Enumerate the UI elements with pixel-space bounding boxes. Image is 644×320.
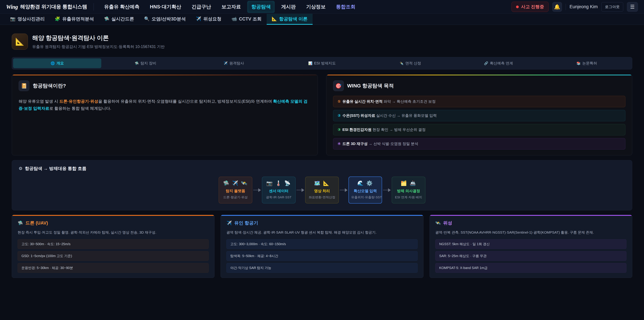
flow-step-diffusion-model-input: 🌊 ⚙️ 확산모델 입력 유출위치·유출량·SST bbox=[348, 177, 382, 204]
subnav-item-cctv[interactable]: 📹 CCTV 조회 bbox=[226, 14, 266, 25]
spec-row: SAR: 5~25m 해상도 · 구름 무관 bbox=[435, 251, 626, 261]
subnav-item-oil-area-analysis[interactable]: 🧩 유출유면적분석 bbox=[50, 14, 99, 25]
tab-papers-patents[interactable]: 📚 논문특허 bbox=[543, 58, 631, 68]
tab-label: 확산예측 연계 bbox=[490, 61, 513, 66]
about-card-title: 항공탐색이란? bbox=[33, 82, 66, 89]
nav-item-reports[interactable]: 보고자료 bbox=[217, 1, 245, 13]
video-camera-icon: 📹 bbox=[232, 16, 237, 22]
flow-step-sensor-data: 📷 🌡️ 📡 센서 데이터 광학·IR·SAR·SST bbox=[262, 177, 296, 203]
tab-label: 개요 bbox=[56, 61, 64, 66]
tab-esi-map[interactable]: 📊 ESI 방제지도 bbox=[278, 58, 366, 68]
purpose-card-header: 🎯 WING 항공탐색 목적 bbox=[333, 80, 626, 91]
tab-detection-equipment[interactable]: 🛸 탐지 장비 bbox=[101, 58, 190, 68]
integrated-flow-section: ⚙ 항공탐색 → 방제대응 통합 흐름 🛸 ✈️ 🛰️ 탐지 플랫폼 드론·항공… bbox=[12, 160, 632, 210]
subnav-label: 유출유면적분석 bbox=[62, 16, 94, 22]
about-card-header: 📔 항공탐색이란? bbox=[18, 80, 311, 91]
spec-row: NGSST: 5km 해상도 · 일 1회 갱신 bbox=[435, 239, 626, 249]
folder-ship-icons: 🗂️ 🚢 bbox=[394, 180, 423, 186]
logout-button[interactable]: 로그아웃 bbox=[602, 2, 623, 12]
flow-section-title: ⚙ 항공탐색 → 방제대응 통합 흐름 bbox=[18, 166, 626, 171]
flow-arrow-icon bbox=[340, 188, 348, 192]
subnav-item-realtime-drone[interactable]: 🛸 실시간드론 bbox=[99, 14, 139, 25]
satellite-card-header: 🛰️ 위성 bbox=[435, 220, 626, 226]
spec-row: KOMPSAT-5: X-band SAR 1m급 bbox=[435, 263, 626, 273]
hamburger-icon: ☰ bbox=[630, 4, 635, 10]
purpose-item-2: ②수온(SST) 위성자료 실시간 수신 → 유출유 풍화모델 입력 bbox=[333, 110, 626, 121]
puzzle-icon: 🧩 bbox=[55, 16, 60, 22]
overview-cards-row: 📔 항공탐색이란? 해양 유류오염 발생 시 드론·유인항공기·위성을 활용하여… bbox=[12, 75, 632, 155]
ufo-icon: 🛸 bbox=[135, 61, 139, 65]
tab-label: 원격탐사 bbox=[229, 61, 244, 66]
tab-area-calculation[interactable]: ✒️ 면적 산정 bbox=[366, 58, 454, 68]
drone-card: 🛸 드론 (UAV) 현장 즉시 투입·저고도 정밀 촬영. 광학·적외선 카메… bbox=[12, 215, 214, 278]
camera-icon: 📷 bbox=[10, 16, 16, 22]
about-card: 📔 항공탐색이란? 해양 유류오염 발생 시 드론·유인항공기·위성을 활용하여… bbox=[12, 75, 318, 155]
gear-icon: ⚙ bbox=[18, 166, 22, 171]
spec-row: 고도: 300~3,000m · 속도: 60~150m/s bbox=[226, 239, 418, 249]
globe-icon: 🌐 bbox=[51, 61, 55, 65]
subnav-label: 영상사진관리 bbox=[18, 16, 44, 22]
top-right-controls: 사고 진행중 🔔 Eunjeong Kim 로그아웃 ☰ bbox=[512, 2, 638, 12]
subnav-label: 위성요청 bbox=[203, 16, 221, 22]
flow-step-detection-platform: 🛸 ✈️ 🛰️ 탐지 플랫폼 드론·항공기·위성 bbox=[219, 177, 252, 203]
bar-chart-icon: 📊 bbox=[308, 61, 312, 65]
top-nav: Wing 해양환경 위기대응 통합시스템 유출유 확산예측 HNS·대기확산 긴… bbox=[0, 0, 644, 14]
airplane-icon: ✈️ bbox=[224, 61, 228, 65]
manned-aircraft-card: ✈️ 유인 항공기 광역 탐색·장시간 체공. 광학·IR·SAR·SLAR·U… bbox=[220, 215, 423, 278]
hamburger-menu-button[interactable]: ☰ bbox=[627, 2, 638, 12]
brand-wing-wordmark: Wing bbox=[6, 4, 18, 10]
nav-item-hns-atmospheric[interactable]: HNS·대기확산 bbox=[146, 1, 185, 13]
map-ruler-icons: 🗺️ 📐 bbox=[308, 180, 336, 186]
satellite-card-description: 광역·반복 관측. SST(NOAA AVHRR·NGSST)·SAR(Sent… bbox=[435, 230, 626, 235]
subnav-item-satellite-request[interactable]: ✈️ 위성요청 bbox=[191, 14, 226, 25]
subnav-item-pollution-ship-3d[interactable]: 🔍 오염/선박3D분석 bbox=[139, 14, 191, 25]
satellite-icon: 🛰️ bbox=[435, 220, 441, 226]
sensor-icons: 📷 🌡️ 📡 bbox=[264, 180, 293, 186]
tab-prediction-linkage[interactable]: 🔗 확산예측 연계 bbox=[454, 58, 542, 68]
subnav-item-aerial-search-theory[interactable]: 📐 항공탐색 이론 bbox=[267, 14, 312, 25]
flow-arrow-icon bbox=[296, 188, 304, 192]
page-header: 📐 해양 항공탐색·원격탐사 이론 유출유 원격탐지·항공감시 기법·ESI 방… bbox=[12, 34, 632, 50]
page-subtitle: 유출유 원격탐지·항공감시 기법·ESI 방제정보지도·등록특허 10-1567… bbox=[32, 44, 165, 49]
spec-row: GSD: 1~5cm/px (100m 고도 기준) bbox=[18, 251, 209, 261]
brand-title: 해양환경 위기대응 통합시스템 bbox=[20, 3, 87, 10]
nav-item-emergency-rescue[interactable]: 긴급구난 bbox=[188, 1, 215, 13]
purpose-item-4: ④드론 3D 재구성 → 선박 식별·오염원 정밀 분석 bbox=[333, 138, 626, 150]
aircraft-card-header: ✈️ 유인 항공기 bbox=[226, 220, 418, 226]
main-content: 📐 해양 항공탐색·원격탐사 이론 유출유 원격탐지·항공감시 기법·ESI 방… bbox=[0, 34, 644, 278]
tab-overview[interactable]: 🌐 개요 bbox=[13, 58, 101, 68]
nav-item-oil-spill-prediction[interactable]: 유출유 확산예측 bbox=[100, 1, 144, 13]
subnav-label: 실시간드론 bbox=[111, 16, 134, 22]
section-tab-bar: 🌐 개요 🛸 탐지 장비 ✈️ 원격탐사 📊 ESI 방제지도 ✒️ 면적 산정… bbox=[12, 57, 632, 70]
nav-divider bbox=[94, 3, 94, 11]
nav-item-board[interactable]: 게시판 bbox=[277, 1, 300, 13]
purpose-card: 🎯 WING 항공탐색 목적 ①유출유 실시간 위치·면적 파악 → 확산예측 … bbox=[326, 75, 632, 155]
notification-bell-button[interactable]: 🔔 bbox=[552, 2, 562, 12]
bell-icon: 🔔 bbox=[554, 4, 560, 10]
tab-remote-sensing[interactable]: ✈️ 원격탐사 bbox=[190, 58, 278, 68]
purpose-card-title: WING 항공탐색 목적 bbox=[347, 82, 394, 89]
nav-item-integrated-search[interactable]: 통합조회 bbox=[332, 1, 360, 13]
drone-card-header: 🛸 드론 (UAV) bbox=[18, 220, 209, 226]
purpose-list: ①유출유 실시간 위치·면적 파악 → 확산예측 초기조건 보정 ②수온(SST… bbox=[333, 96, 626, 150]
magnifier-icon: 🔍 bbox=[144, 16, 150, 22]
purpose-item-3: ③ESI 환경민감자원 현장 확인 → 방제 우선순위 결정 bbox=[333, 124, 626, 135]
pen-icon: ✒️ bbox=[400, 61, 404, 65]
page-title: 해양 항공탐색·원격탐사 이론 bbox=[32, 34, 165, 42]
nav-item-weather-info[interactable]: 기상정보 bbox=[302, 1, 330, 13]
flow-steps-row: 🛸 ✈️ 🛰️ 탐지 플랫폼 드론·항공기·위성 📷 🌡️ 📡 센서 데이터 광… bbox=[18, 177, 626, 204]
spec-row: 야간·악기상 SAR 탐지 가능 bbox=[226, 263, 418, 273]
incident-badge-label: 사고 진행중 bbox=[521, 4, 544, 10]
drone-icon: 🛸 bbox=[104, 16, 109, 22]
nav-item-aerial-search[interactable]: 항공탐색 bbox=[247, 1, 275, 13]
about-card-text: 해양 유류오염 발생 시 드론·유인항공기·위성을 활용하여 유출유의 위치·면… bbox=[18, 98, 311, 112]
tab-label: ESI 방제지도 bbox=[314, 61, 336, 66]
spec-row: 고도: 30~500m · 속도: 15~25m/s bbox=[18, 239, 209, 249]
incident-status-badge[interactable]: 사고 진행중 bbox=[512, 2, 548, 12]
circled-two-icon: ② bbox=[338, 113, 341, 118]
airplane-icon: ✈️ bbox=[226, 220, 232, 226]
subnav-item-image-photo-management[interactable]: 📷 영상사진관리 bbox=[5, 14, 50, 25]
page-ruler-icon: 📐 bbox=[12, 34, 28, 50]
brand-logo[interactable]: Wing 해양환경 위기대응 통합시스템 bbox=[6, 3, 87, 10]
flow-step-response-decision: 🗂️ 🚢 방제 의사결정 ESI 연계·자원 배치 bbox=[392, 177, 425, 203]
